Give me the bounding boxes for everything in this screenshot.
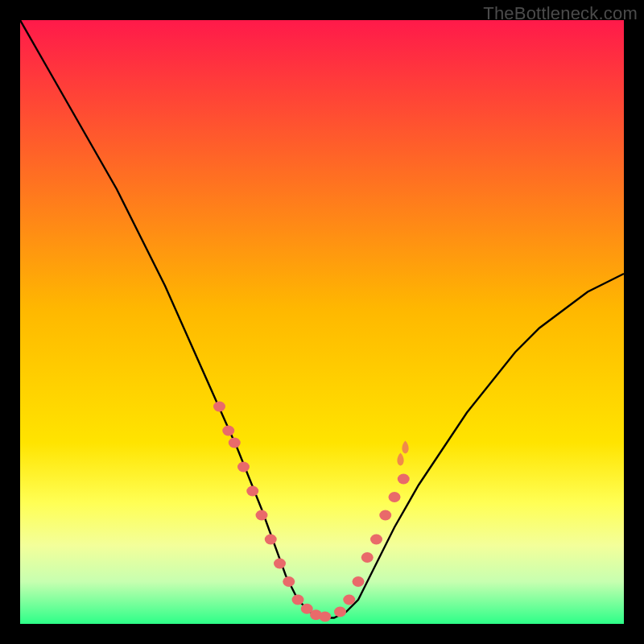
chart-marker [265, 535, 277, 545]
chart-marker [398, 474, 410, 485]
watermark-text: TheBottleneck.com [483, 3, 638, 24]
chart-frame [20, 20, 624, 624]
chart-marker [379, 510, 391, 521]
chart-marker [389, 492, 401, 502]
bottleneck-chart [20, 20, 624, 624]
chart-marker [229, 438, 241, 448]
chart-marker [283, 576, 295, 587]
chart-marker [274, 559, 286, 569]
chart-marker [370, 535, 382, 545]
chart-marker [343, 595, 355, 605]
gradient-background [20, 20, 624, 624]
chart-marker [334, 607, 346, 617]
chart-marker [222, 426, 234, 436]
chart-marker [361, 552, 374, 563]
chart-marker [246, 486, 258, 497]
chart-marker [256, 510, 268, 521]
chart-marker [292, 595, 304, 605]
chart-marker [319, 612, 331, 622]
chart-marker [353, 576, 365, 587]
chart-marker [237, 462, 250, 473]
chart-marker [213, 402, 225, 412]
